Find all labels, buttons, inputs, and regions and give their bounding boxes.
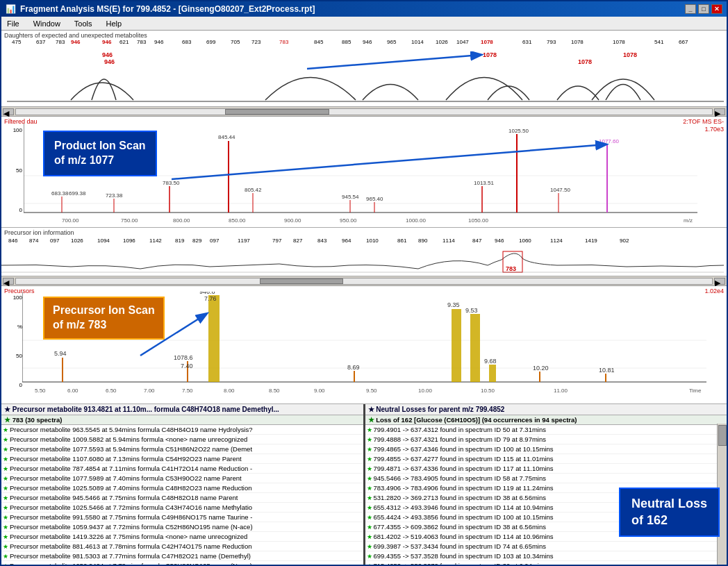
star-icon: ★ [3, 446, 8, 453]
top-spectrum-svg: 946 946 1078 1078 1078 [1, 51, 727, 103]
svg-text:7.50: 7.50 [182, 388, 193, 394]
scrollbar-track[interactable] [15, 108, 713, 115]
star-icon: ★ [3, 475, 8, 482]
close-button[interactable]: ✕ [711, 4, 722, 14]
scrollbar-thumb[interactable] [225, 109, 329, 115]
list-item[interactable]: ★Precursor metabolite 1077.5593 at 5.94m… [1, 444, 363, 454]
star-icon: ★ [3, 553, 8, 560]
precursor-ion-annotation: Precursor Ion Scanof m/z 783 [43, 297, 165, 340]
star-icon: ★ [367, 475, 372, 482]
list-item[interactable]: ★Precursor metabolite 1059.9494 at 7.78m… [1, 561, 363, 565]
left-data-list[interactable]: ★Precursor metabolite 963.5545 at 5.94mi… [1, 425, 363, 565]
svg-text:950.00: 950.00 [340, 217, 357, 224]
menu-window[interactable]: Window [31, 19, 63, 28]
svg-text:6.00: 6.00 [67, 388, 78, 394]
svg-text:9.53: 9.53 [465, 307, 478, 314]
list-item[interactable]: ★Precursor metabolite 981.5303 at 7.77mi… [1, 551, 363, 561]
svg-text:946: 946 [102, 51, 113, 58]
svg-text:1078: 1078 [578, 58, 592, 65]
menu-tools[interactable]: Tools [72, 19, 95, 28]
list-item[interactable]: ★Precursor metabolite 881.4613 at 7.78mi… [1, 542, 363, 551]
svg-text:5.50: 5.50 [35, 388, 46, 394]
list-item[interactable]: ★799.4871 -> 637.4336 found in spectrum … [365, 464, 727, 474]
top-scrollbar[interactable]: ◀ ▶ [1, 107, 727, 117]
star-icon: ★ [3, 436, 8, 443]
menu-help[interactable]: Help [104, 19, 125, 28]
list-item[interactable]: ★799.4855 -> 637.4277 found in spectrum … [365, 454, 727, 464]
svg-text:1078.6: 1078.6 [174, 354, 193, 361]
star-icon: ★ [3, 533, 8, 540]
list-item[interactable]: ★715.4253 -> 553.3372 found in spectrum … [365, 561, 727, 565]
svg-text:1000.00: 1000.00 [406, 217, 426, 224]
precursor-trace-svg: 783 [1, 244, 724, 276]
star-icon: ★ [367, 446, 372, 453]
menu-file[interactable]: File [4, 19, 22, 28]
scrollbar-track2[interactable] [15, 278, 713, 285]
star-icon: ★ [367, 485, 372, 492]
svg-text:700.00: 700.00 [62, 217, 79, 224]
list-item[interactable]: ★Precursor metabolite 1107.6080 at 7.13m… [1, 454, 363, 464]
list-item[interactable]: ★945.5466 -> 783.4905 found in spectrum … [365, 474, 727, 483]
right-scrollbar-thumb[interactable] [718, 425, 727, 446]
svg-text:10.00: 10.00 [418, 388, 433, 394]
star-icon: ★ [367, 494, 372, 501]
list-item[interactable]: ★799.4865 -> 637.4346 found in spectrum … [365, 444, 727, 454]
neutral-loss-annotation: Neutral Lossof 162 [619, 488, 720, 537]
svg-text:683.38: 683.38 [51, 190, 69, 197]
top-numbers-strip: 475 637 783 946 946 621 783 946 683 699 … [1, 39, 727, 53]
star-icon: ★ [3, 494, 8, 501]
svg-text:1078: 1078 [483, 51, 497, 58]
menu-bar: File Window Tools Help [1, 17, 727, 31]
list-item[interactable]: ★699.4355 -> 537.3528 found in spectrum … [365, 551, 727, 561]
scrollbar-thumb2[interactable] [260, 278, 343, 284]
scroll-right-btn2[interactable]: ▶ [714, 278, 725, 285]
window-title: Fragment Analysis MS(E) for 799.4852 - [… [20, 4, 315, 14]
svg-text:11.00: 11.00 [554, 388, 568, 394]
middle-scrollbar[interactable]: ◀ ▶ [1, 276, 727, 286]
list-item[interactable]: ★799.4888 -> 637.4321 found in spectrum … [365, 435, 727, 444]
svg-text:9.50: 9.50 [366, 388, 377, 394]
svg-text:7.40: 7.40 [181, 363, 193, 369]
scroll-left-btn[interactable]: ◀ [3, 108, 14, 115]
list-item[interactable]: ★Precursor metabolite 1025.5089 at 7.40m… [1, 483, 363, 493]
svg-rect-56 [208, 295, 220, 382]
list-item[interactable]: ★Precursor metabolite 945.5466 at 7.75mi… [1, 493, 363, 503]
list-item[interactable]: ★Precursor metabolite 1077.5989 at 7.40m… [1, 474, 363, 483]
star-icon: ★ [367, 465, 372, 472]
svg-text:9.68: 9.68 [484, 358, 497, 365]
precursor-info-label: Precursor ion information [4, 229, 74, 236]
star-icon: ★ [3, 563, 8, 565]
right-sub-header: ★ Loss of 162 [Glucose (C6H10O5)] (94 oc… [365, 415, 727, 425]
svg-text:Time: Time [689, 388, 702, 394]
list-item[interactable]: ★Precursor metabolite 963.5545 at 5.94mi… [1, 425, 363, 435]
list-item[interactable]: ★Precursor metabolite 1419.3226 at 7.75m… [1, 532, 363, 542]
svg-text:965.40: 965.40 [366, 196, 383, 202]
svg-text:750.00: 750.00 [121, 217, 138, 224]
list-item[interactable]: ★799.4901 -> 637.4312 found in spectrum … [365, 425, 727, 435]
svg-text:9.35: 9.35 [447, 301, 460, 308]
svg-text:800.00: 800.00 [173, 217, 190, 224]
star-icon: ★ [3, 426, 8, 433]
list-item[interactable]: ★Precursor metabolite 1025.5466 at 7.72m… [1, 503, 363, 513]
svg-text:850.00: 850.00 [229, 217, 246, 224]
left-col-header: ★ Precursor metabolite 913.4821 at 11.10… [1, 404, 363, 415]
star-icon: ★ [3, 504, 8, 511]
scroll-right-btn[interactable]: ▶ [714, 108, 725, 115]
scroll-left-btn2[interactable]: ◀ [3, 278, 14, 285]
list-item[interactable]: ★Precursor metabolite 1009.5882 at 5.94m… [1, 435, 363, 444]
star-icon: ★ [367, 426, 372, 433]
list-item[interactable]: ★Precursor metabolite 787.4854 at 7.11mi… [1, 464, 363, 474]
maximize-button[interactable]: □ [698, 4, 709, 14]
minimize-button[interactable]: _ [685, 4, 696, 14]
list-item[interactable]: ★699.3987 -> 537.3434 found in spectrum … [365, 542, 727, 551]
neutral-loss-label: Neutral Lossof 162 [631, 497, 707, 526]
list-item[interactable]: ★Precursor metabolite 991.5580 at 7.75mi… [1, 513, 363, 522]
daughters-panel: Daughters of expected and unexpected met… [1, 31, 727, 107]
list-item[interactable]: ★Precursor metabolite 1059.9437 at 7.72m… [1, 522, 363, 532]
svg-text:m/z: m/z [684, 217, 693, 224]
svg-text:945.54: 945.54 [342, 194, 359, 200]
precursor-scan-panel: Precursors 1.02e4 100 % 50 0 5.94 [1, 286, 727, 404]
product-ion-panel: Filtered dau 2:TOF MS ES-1.70e3 100 50 0… [1, 117, 727, 228]
product-ion-label: Product Ion Scanof m/z 1077 [54, 140, 146, 166]
svg-text:1077.60: 1077.60 [599, 138, 619, 144]
